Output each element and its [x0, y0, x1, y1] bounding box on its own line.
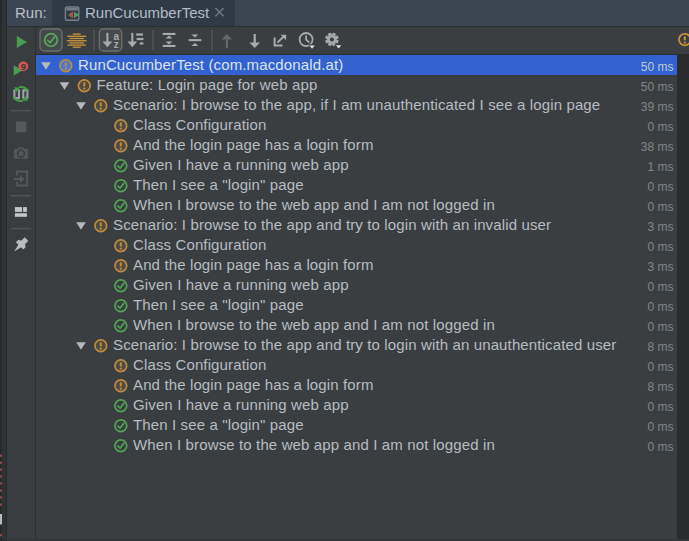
svg-text:9: 9	[21, 61, 26, 72]
svg-text:z: z	[114, 39, 119, 50]
